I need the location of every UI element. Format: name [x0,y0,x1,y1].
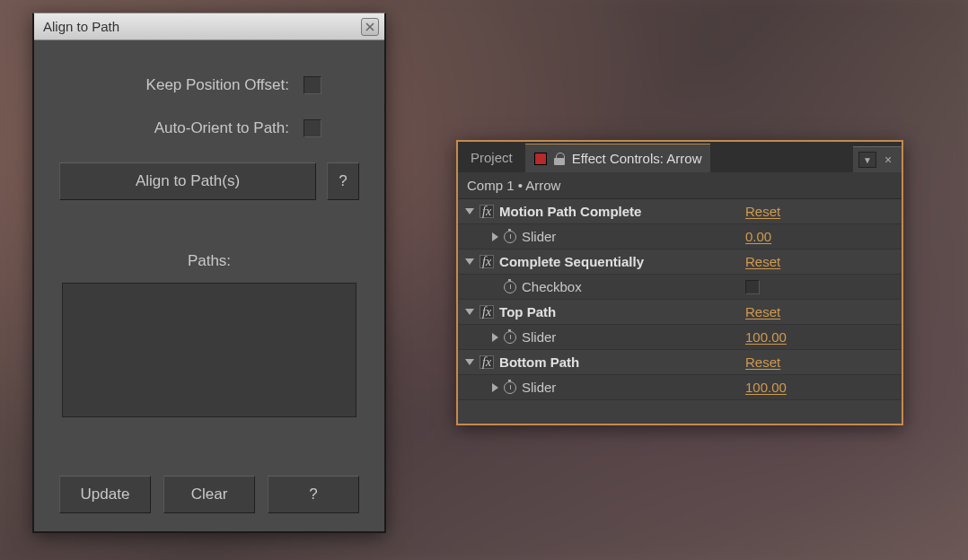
property-value-checkbox[interactable] [745,280,902,294]
align-button-row: Align to Path(s) ? [52,162,366,200]
stopwatch-icon[interactable] [504,281,516,293]
checkbox[interactable] [745,280,760,294]
auto-orient-checkbox[interactable] [304,119,321,137]
property-value[interactable]: 0.00 [745,229,902,244]
lock-icon[interactable] [554,153,565,165]
reset-link[interactable]: Reset [745,304,902,319]
twirl-right-icon[interactable] [492,383,498,392]
twirl-right-icon[interactable] [492,333,498,342]
align-to-paths-button[interactable]: Align to Path(s) [59,162,316,200]
breadcrumb: Comp 1 • Arrow [458,172,902,199]
property-value[interactable]: 100.00 [745,329,902,345]
help-button[interactable]: ? [327,162,359,200]
fx-icon[interactable]: fx [480,255,494,268]
effect-header: fx Complete Sequentially Reset [458,249,902,275]
keep-offset-row: Keep Position Offset: [52,76,366,94]
twirl-down-icon[interactable] [465,258,474,265]
stopwatch-icon[interactable] [504,231,516,243]
effect-name[interactable]: Complete Sequentially [499,254,644,269]
bottom-buttons: Update Clear ? [52,476,366,513]
property-name: Checkbox [522,279,582,294]
effect-property: Slider 100.00 [458,375,902,400]
help-button-2[interactable]: ? [268,476,359,513]
tab-end-controls: ▼ × [853,146,902,172]
effect-property: Checkbox [458,275,902,300]
paths-label: Paths: [188,252,231,270]
twirl-down-icon[interactable] [465,309,474,315]
reset-link[interactable]: Reset [745,204,902,219]
fx-icon[interactable]: fx [480,205,494,218]
titlebar[interactable]: Align to Path [34,13,384,40]
twirl-right-icon[interactable] [492,232,498,241]
fx-icon[interactable]: fx [480,355,494,369]
effect-property: Slider 0.00 [458,224,902,249]
reset-link[interactable]: Reset [745,254,902,269]
effect-header: fx Top Path Reset [458,300,902,325]
twirl-down-icon[interactable] [465,208,474,214]
effect-header: fx Motion Path Complete Reset [458,199,902,224]
tab-active-label: Effect Controls: Arrow [572,151,702,166]
reset-link[interactable]: Reset [745,354,902,370]
panel-tabs: Project Effect Controls: Arrow ▼ × [458,142,902,172]
auto-orient-label: Auto-Orient to Path: [154,119,289,137]
panel-body: Keep Position Offset: Auto-Orient to Pat… [34,40,384,531]
effect-header: fx Bottom Path Reset [458,350,902,375]
stopwatch-icon[interactable] [504,331,516,344]
paths-block: Paths: [52,252,366,417]
paths-list[interactable] [62,283,356,417]
close-icon[interactable] [361,18,379,36]
update-button[interactable]: Update [59,476,151,513]
twirl-down-icon[interactable] [465,359,474,365]
keep-offset-checkbox[interactable] [304,76,321,94]
fx-icon[interactable]: fx [480,305,494,319]
effect-name[interactable]: Motion Path Complete [499,204,641,219]
property-value[interactable]: 100.00 [745,380,902,395]
panel-menu-icon[interactable]: ▼ [858,152,876,168]
titlebar-text: Align to Path [43,19,361,34]
property-name: Slider [522,380,556,395]
tab-project[interactable]: Project [458,143,525,172]
keep-offset-label: Keep Position Offset: [146,76,289,94]
property-name: Slider [522,329,556,345]
panel-close-icon[interactable]: × [880,152,896,168]
stopwatch-icon[interactable] [504,381,516,394]
comp-color-swatch [534,153,547,165]
auto-orient-row: Auto-Orient to Path: [52,119,366,137]
effect-name[interactable]: Top Path [499,304,556,319]
align-to-path-panel: Align to Path Keep Position Offset: Auto… [32,13,386,533]
effect-name[interactable]: Bottom Path [499,354,579,370]
effect-controls-panel: Project Effect Controls: Arrow ▼ × Comp … [456,140,903,425]
property-name: Slider [522,229,556,244]
effect-property: Slider 100.00 [458,325,902,350]
clear-button[interactable]: Clear [163,476,255,513]
tab-effect-controls[interactable]: Effect Controls: Arrow [525,144,711,172]
effect-list: fx Motion Path Complete Reset Slider 0.0… [458,199,902,424]
